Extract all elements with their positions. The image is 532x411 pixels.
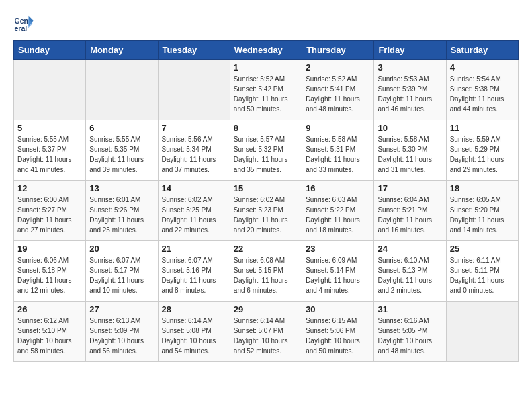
day-number: 18 [450, 183, 515, 193]
day-info: Sunrise: 6:00 AM Sunset: 5:27 PM Dayligh… [17, 195, 82, 235]
day-number: 22 [234, 244, 298, 254]
calendar-cell: 17Sunrise: 6:04 AM Sunset: 5:21 PM Dayli… [374, 181, 446, 241]
calendar-cell: 18Sunrise: 6:05 AM Sunset: 5:20 PM Dayli… [446, 181, 518, 241]
day-number: 29 [234, 304, 298, 314]
day-info: Sunrise: 6:07 AM Sunset: 5:16 PM Dayligh… [162, 255, 226, 295]
day-info: Sunrise: 6:16 AM Sunset: 5:05 PM Dayligh… [378, 316, 442, 356]
calendar-cell: 28Sunrise: 6:14 AM Sunset: 5:08 PM Dayli… [158, 302, 230, 362]
svg-text:eral: eral [15, 24, 28, 32]
calendar-cell: 2Sunrise: 5:52 AM Sunset: 5:41 PM Daylig… [302, 60, 374, 120]
day-number: 31 [378, 304, 442, 314]
day-info: Sunrise: 5:53 AM Sunset: 5:39 PM Dayligh… [378, 74, 442, 114]
day-info: Sunrise: 6:07 AM Sunset: 5:17 PM Dayligh… [89, 255, 154, 295]
day-info: Sunrise: 5:57 AM Sunset: 5:32 PM Dayligh… [234, 134, 298, 175]
day-info: Sunrise: 6:12 AM Sunset: 5:10 PM Dayligh… [17, 316, 82, 356]
calendar-cell: 4Sunrise: 5:54 AM Sunset: 5:38 PM Daylig… [446, 60, 518, 120]
day-number: 20 [89, 244, 154, 254]
day-number: 26 [17, 304, 82, 314]
calendar-cell: 9Sunrise: 5:58 AM Sunset: 5:31 PM Daylig… [302, 120, 374, 181]
calendar-cell: 13Sunrise: 6:01 AM Sunset: 5:26 PM Dayli… [86, 181, 158, 241]
day-number: 10 [378, 123, 442, 133]
calendar-cell: 5Sunrise: 5:55 AM Sunset: 5:37 PM Daylig… [14, 120, 86, 181]
logo-icon: Gen eral [13, 13, 34, 34]
calendar-cell: 29Sunrise: 6:14 AM Sunset: 5:07 PM Dayli… [230, 302, 302, 362]
day-info: Sunrise: 6:06 AM Sunset: 5:18 PM Dayligh… [17, 255, 82, 295]
day-info: Sunrise: 6:13 AM Sunset: 5:09 PM Dayligh… [89, 316, 154, 356]
calendar-cell: 27Sunrise: 6:13 AM Sunset: 5:09 PM Dayli… [86, 302, 158, 362]
calendar-cell: 1Sunrise: 5:52 AM Sunset: 5:42 PM Daylig… [230, 60, 302, 120]
day-number: 19 [17, 244, 82, 254]
day-number: 6 [89, 123, 154, 133]
calendar-cell: 31Sunrise: 6:16 AM Sunset: 5:05 PM Dayli… [374, 302, 446, 362]
calendar-cell: 24Sunrise: 6:10 AM Sunset: 5:13 PM Dayli… [374, 241, 446, 302]
day-info: Sunrise: 5:54 AM Sunset: 5:38 PM Dayligh… [450, 74, 515, 114]
calendar-cell: 10Sunrise: 5:58 AM Sunset: 5:30 PM Dayli… [374, 120, 446, 181]
day-number: 15 [234, 183, 298, 193]
calendar-week-row: 5Sunrise: 5:55 AM Sunset: 5:37 PM Daylig… [14, 120, 519, 181]
day-info: Sunrise: 5:58 AM Sunset: 5:31 PM Dayligh… [306, 134, 370, 175]
day-number: 3 [378, 62, 442, 73]
day-number: 13 [89, 183, 154, 193]
calendar-cell: 21Sunrise: 6:07 AM Sunset: 5:16 PM Dayli… [158, 241, 230, 302]
calendar-cell: 3Sunrise: 5:53 AM Sunset: 5:39 PM Daylig… [374, 60, 446, 120]
day-number: 14 [162, 183, 226, 193]
day-info: Sunrise: 6:08 AM Sunset: 5:15 PM Dayligh… [234, 255, 298, 295]
calendar-cell: 23Sunrise: 6:09 AM Sunset: 5:14 PM Dayli… [302, 241, 374, 302]
calendar-cell [86, 60, 158, 120]
day-number: 9 [306, 123, 370, 133]
day-of-week-header: Thursday [302, 41, 374, 60]
day-number: 4 [450, 62, 515, 73]
day-number: 25 [450, 244, 515, 254]
calendar-cell [14, 60, 86, 120]
calendar-week-row: 19Sunrise: 6:06 AM Sunset: 5:18 PM Dayli… [14, 241, 519, 302]
calendar-week-row: 1Sunrise: 5:52 AM Sunset: 5:42 PM Daylig… [14, 60, 519, 120]
day-of-week-header: Sunday [14, 41, 86, 60]
calendar-cell: 19Sunrise: 6:06 AM Sunset: 5:18 PM Dayli… [14, 241, 86, 302]
day-number: 24 [378, 244, 442, 254]
day-info: Sunrise: 5:52 AM Sunset: 5:42 PM Dayligh… [234, 74, 298, 114]
day-number: 30 [306, 304, 370, 314]
calendar-cell: 6Sunrise: 5:55 AM Sunset: 5:35 PM Daylig… [86, 120, 158, 181]
day-info: Sunrise: 5:58 AM Sunset: 5:30 PM Dayligh… [378, 134, 442, 175]
day-of-week-header: Monday [86, 41, 158, 60]
calendar-week-row: 26Sunrise: 6:12 AM Sunset: 5:10 PM Dayli… [14, 302, 519, 362]
day-info: Sunrise: 6:02 AM Sunset: 5:23 PM Dayligh… [234, 195, 298, 235]
day-info: Sunrise: 5:55 AM Sunset: 5:35 PM Dayligh… [89, 134, 154, 175]
day-info: Sunrise: 5:52 AM Sunset: 5:41 PM Dayligh… [306, 74, 370, 114]
calendar-cell: 16Sunrise: 6:03 AM Sunset: 5:22 PM Dayli… [302, 181, 374, 241]
day-info: Sunrise: 5:56 AM Sunset: 5:34 PM Dayligh… [162, 134, 226, 175]
day-number: 8 [234, 123, 298, 133]
calendar-week-row: 12Sunrise: 6:00 AM Sunset: 5:27 PM Dayli… [14, 181, 519, 241]
day-info: Sunrise: 5:59 AM Sunset: 5:29 PM Dayligh… [450, 134, 515, 175]
day-number: 17 [378, 183, 442, 193]
day-number: 28 [162, 304, 226, 314]
calendar-cell [158, 60, 230, 120]
calendar-cell: 7Sunrise: 5:56 AM Sunset: 5:34 PM Daylig… [158, 120, 230, 181]
calendar-cell: 25Sunrise: 6:11 AM Sunset: 5:11 PM Dayli… [446, 241, 518, 302]
day-of-week-header: Saturday [446, 41, 518, 60]
day-info: Sunrise: 6:05 AM Sunset: 5:20 PM Dayligh… [450, 195, 515, 235]
day-number: 27 [89, 304, 154, 314]
logo: Gen eral [13, 13, 36, 34]
calendar-cell [446, 302, 518, 362]
day-info: Sunrise: 6:04 AM Sunset: 5:21 PM Dayligh… [378, 195, 442, 235]
day-info: Sunrise: 6:10 AM Sunset: 5:13 PM Dayligh… [378, 255, 442, 295]
day-number: 23 [306, 244, 370, 254]
day-of-week-header: Friday [374, 41, 446, 60]
calendar-cell: 22Sunrise: 6:08 AM Sunset: 5:15 PM Dayli… [230, 241, 302, 302]
day-number: 16 [306, 183, 370, 193]
day-info: Sunrise: 6:14 AM Sunset: 5:08 PM Dayligh… [162, 316, 226, 356]
page-header: Gen eral [13, 13, 519, 34]
calendar-cell: 8Sunrise: 5:57 AM Sunset: 5:32 PM Daylig… [230, 120, 302, 181]
day-number: 11 [450, 123, 515, 133]
calendar-cell: 30Sunrise: 6:15 AM Sunset: 5:06 PM Dayli… [302, 302, 374, 362]
calendar-cell: 14Sunrise: 6:02 AM Sunset: 5:25 PM Dayli… [158, 181, 230, 241]
day-of-week-header: Wednesday [230, 41, 302, 60]
day-number: 7 [162, 123, 226, 133]
day-number: 12 [17, 183, 82, 193]
day-of-week-header: Tuesday [158, 41, 230, 60]
day-number: 1 [234, 62, 298, 73]
day-number: 2 [306, 62, 370, 73]
day-number: 5 [17, 123, 82, 133]
calendar-cell: 11Sunrise: 5:59 AM Sunset: 5:29 PM Dayli… [446, 120, 518, 181]
